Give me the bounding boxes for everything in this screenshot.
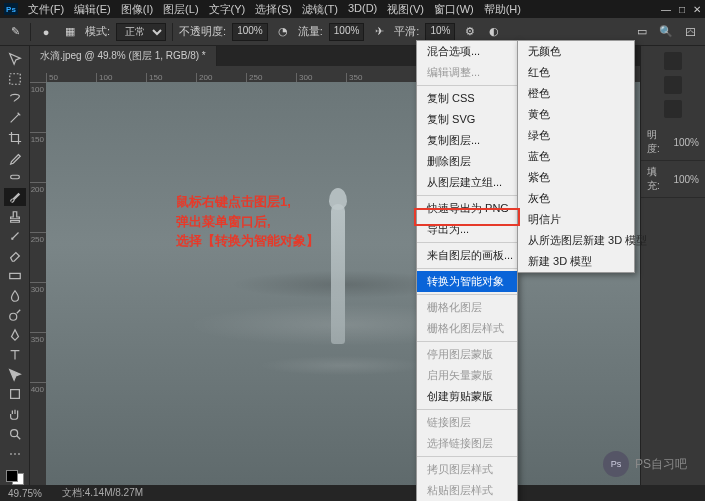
context-submenu: 无颜色红色橙色黄色绿色蓝色紫色灰色明信片从所选图层新建 3D 模型新建 3D 模… (517, 40, 635, 273)
wand-tool-icon[interactable] (4, 109, 26, 127)
layer-opacity-value[interactable]: 100% (673, 137, 699, 148)
context-menu: 混合选项...编辑调整...复制 CSS复制 SVG复制图层...删除图层从图层… (416, 40, 518, 501)
svg-point-5 (10, 429, 17, 436)
stamp-tool-icon[interactable] (4, 208, 26, 226)
menu-select[interactable]: 选择(S) (251, 0, 296, 19)
search-icon[interactable]: 🔍 (657, 23, 675, 41)
submenu-item: 新建 3D 模型 (518, 251, 634, 272)
context-menu-item: 栅格化图层 (417, 297, 517, 318)
blur-tool-icon[interactable] (4, 287, 26, 305)
submenu-color-item[interactable]: 黄色 (518, 104, 634, 125)
heal-tool-icon[interactable] (4, 168, 26, 186)
close-icon[interactable]: ✕ (693, 4, 701, 15)
context-menu-item[interactable]: 删除图层 (417, 151, 517, 172)
submenu-color-item[interactable]: 无颜色 (518, 41, 634, 62)
smooth-label: 平滑: (394, 24, 419, 39)
workspace-icon[interactable]: ▭ (633, 23, 651, 41)
crop-tool-icon[interactable] (4, 129, 26, 147)
history-brush-icon[interactable] (4, 228, 26, 246)
mode-label: 模式: (85, 24, 110, 39)
context-menu-item[interactable]: 复制 CSS (417, 88, 517, 109)
move-tool-icon[interactable] (4, 50, 26, 68)
submenu-item[interactable]: 从所选图层新建 3D 模型 (518, 230, 634, 251)
context-menu-item[interactable]: 混合选项... (417, 41, 517, 62)
panel-icon[interactable] (664, 76, 682, 94)
pen-tool-icon[interactable] (4, 326, 26, 344)
submenu-color-item[interactable]: 蓝色 (518, 146, 634, 167)
maximize-icon[interactable]: □ (679, 4, 685, 15)
minimize-icon[interactable]: — (661, 4, 671, 15)
context-menu-item: 启用矢量蒙版 (417, 365, 517, 386)
gradient-tool-icon[interactable] (4, 267, 26, 285)
menu-file[interactable]: 文件(F) (24, 0, 68, 19)
edit-toolbar-icon[interactable]: ⋯ (4, 445, 26, 463)
submenu-color-item[interactable]: 紫色 (518, 167, 634, 188)
opacity-input[interactable]: 100% (232, 23, 268, 41)
marquee-tool-icon[interactable] (4, 70, 26, 88)
panel-icon[interactable] (664, 100, 682, 118)
menu-image[interactable]: 图像(I) (117, 0, 157, 19)
dodge-tool-icon[interactable] (4, 307, 26, 325)
submenu-color-item[interactable]: 绿色 (518, 125, 634, 146)
brush-size-icon[interactable]: ● (37, 23, 55, 41)
mode-select[interactable]: 正常 (116, 23, 166, 41)
brush-tool-icon[interactable] (4, 188, 26, 206)
hand-tool-icon[interactable] (4, 405, 26, 423)
context-menu-item[interactable]: 从图层建立组... (417, 172, 517, 193)
brush-preset-icon[interactable]: ✎ (6, 23, 24, 41)
menu-edit[interactable]: 编辑(E) (70, 0, 115, 19)
smooth-gear-icon[interactable]: ⚙ (461, 23, 479, 41)
menu-help[interactable]: 帮助(H) (480, 0, 525, 19)
brush-panel-icon[interactable]: ▦ (61, 23, 79, 41)
zoom-tool-icon[interactable] (4, 425, 26, 443)
layer-fill-value[interactable]: 100% (673, 174, 699, 185)
right-panel: 明度:100% 填充:100% (640, 46, 705, 485)
context-menu-item: 停用图层蒙版 (417, 344, 517, 365)
pressure-opacity-icon[interactable]: ◔ (274, 23, 292, 41)
submenu-item[interactable]: 明信片 (518, 209, 634, 230)
menu-type[interactable]: 文字(Y) (205, 0, 250, 19)
menu-filter[interactable]: 滤镜(T) (298, 0, 342, 19)
context-menu-item[interactable]: 复制 SVG (417, 109, 517, 130)
path-tool-icon[interactable] (4, 366, 26, 384)
doc-info: 文档:4.14M/8.27M (62, 486, 143, 500)
submenu-color-item[interactable]: 灰色 (518, 188, 634, 209)
context-menu-item[interactable]: 来自图层的画板... (417, 245, 517, 266)
context-menu-item: 粘贴图层样式 (417, 480, 517, 501)
menubar: 文件(F) 编辑(E) 图像(I) 图层(L) 文字(Y) 选择(S) 滤镜(T… (24, 0, 525, 19)
submenu-color-item[interactable]: 橙色 (518, 83, 634, 104)
eyedropper-tool-icon[interactable] (4, 149, 26, 167)
shape-tool-icon[interactable] (4, 385, 26, 403)
eraser-tool-icon[interactable] (4, 247, 26, 265)
lasso-tool-icon[interactable] (4, 89, 26, 107)
watermark-avatar-icon: Ps (603, 451, 629, 477)
context-menu-item[interactable]: 导出为... (417, 219, 517, 240)
submenu-color-item[interactable]: 红色 (518, 62, 634, 83)
context-menu-item[interactable]: 创建剪贴蒙版 (417, 386, 517, 407)
document-tab[interactable]: 水滴.jpeg @ 49.8% (图层 1, RGB/8) * (30, 46, 217, 66)
smooth-input[interactable]: 10% (425, 23, 455, 41)
context-menu-item: 链接图层 (417, 412, 517, 433)
zoom-level[interactable]: 49.75% (8, 488, 42, 499)
pressure-size-icon[interactable]: ◐ (485, 23, 503, 41)
svg-rect-1 (10, 176, 19, 180)
panel-icon[interactable] (664, 52, 682, 70)
watermark: Ps PS自习吧 (603, 451, 687, 477)
menu-view[interactable]: 视图(V) (383, 0, 428, 19)
menu-layer[interactable]: 图层(L) (159, 0, 202, 19)
context-menu-item[interactable]: 快速导出为 PNG (417, 198, 517, 219)
share-icon[interactable]: ⮹ (681, 23, 699, 41)
color-swatch[interactable] (6, 470, 24, 485)
menu-window[interactable]: 窗口(W) (430, 0, 478, 19)
toolbox: ⋯ (0, 46, 30, 485)
menu-3d[interactable]: 3D(D) (344, 0, 381, 19)
flow-input[interactable]: 100% (329, 23, 365, 41)
context-menu-item[interactable]: 转换为智能对象 (417, 271, 517, 292)
svg-rect-2 (9, 273, 20, 278)
watermark-text: PS自习吧 (635, 456, 687, 473)
context-menu-item[interactable]: 复制图层... (417, 130, 517, 151)
svg-rect-4 (10, 390, 19, 399)
type-tool-icon[interactable] (4, 346, 26, 364)
airbrush-icon[interactable]: ✈ (370, 23, 388, 41)
app-logo: Ps (4, 3, 18, 15)
